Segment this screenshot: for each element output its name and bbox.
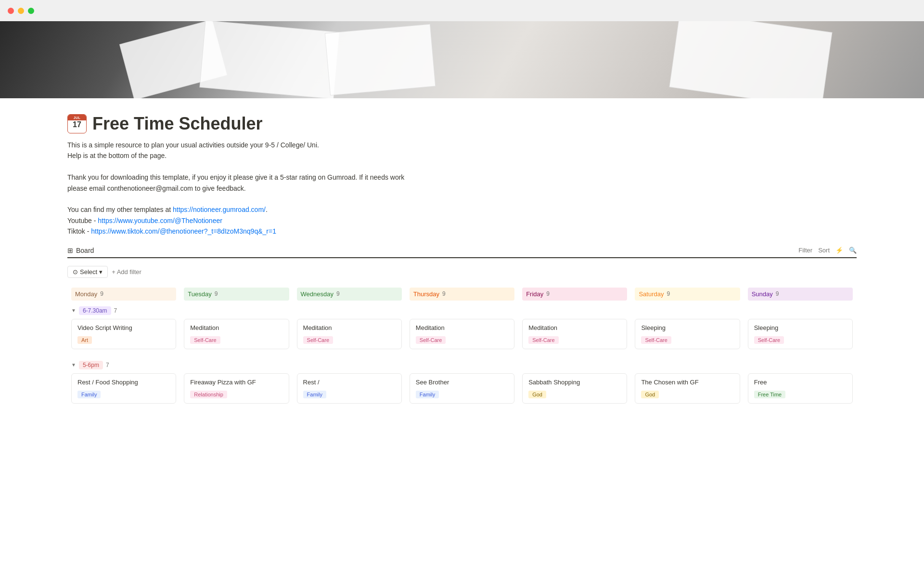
column-header-saturday: Saturday 9	[635, 288, 740, 301]
card-tag: Free Time	[754, 391, 786, 398]
card-sunday-group1[interactable]: Sleeping Self-Care	[748, 319, 853, 349]
thursday-count: 9	[442, 290, 446, 297]
card-tag: Family	[303, 391, 326, 398]
card-title: Meditation	[416, 324, 508, 331]
select-label: Select	[80, 268, 97, 276]
card-title: Meditation	[190, 324, 282, 331]
column-sunday: Sunday 9	[744, 288, 857, 306]
card-tag: Self-Care	[754, 336, 784, 344]
card-title: Sabbath Shopping	[528, 379, 621, 386]
card-title: Free	[754, 379, 847, 386]
card-tag: Self-Care	[303, 336, 333, 344]
group2-thursday-col: ▼5-6pm7 See Brother Family	[406, 361, 518, 407]
group2-friday-col: ▼5-6pm7 Sabbath Shopping God	[518, 361, 631, 407]
column-wednesday: Wednesday 9	[293, 288, 406, 306]
column-header-sunday: Sunday 9	[748, 288, 853, 301]
group2-count: 7	[106, 362, 109, 368]
card-monday-group1[interactable]: Video Script Writing Art	[71, 319, 176, 349]
select-chevron-icon: ▾	[99, 268, 103, 276]
thursday-label: Thursday	[413, 290, 439, 298]
card-tag: God	[641, 391, 659, 398]
card-saturday-group2[interactable]: The Chosen with GF God	[635, 373, 740, 404]
lightning-button[interactable]: ⚡	[835, 247, 843, 254]
card-saturday-group1[interactable]: Sleeping Self-Care	[635, 319, 740, 349]
search-button[interactable]: 🔍	[849, 247, 857, 254]
card-title: Rest /	[303, 379, 396, 386]
card-tag: Self-Care	[190, 336, 220, 344]
group1-wednesday-col: ▼6-7.30am7 Meditation Self-Care	[293, 306, 406, 353]
group2-toggle-icon: ▼	[71, 362, 76, 368]
calendar-icon: JUL 17	[67, 114, 87, 133]
column-header-thursday: Thursday 9	[410, 288, 514, 301]
card-tag: Art	[77, 336, 92, 344]
card-title: See Brother	[416, 379, 508, 386]
card-tag: Family	[416, 391, 439, 398]
hero-paper-3	[325, 24, 436, 96]
group2-wednesday-col: ▼5-6pm7 Rest / Family	[293, 361, 406, 407]
group1-toggle-icon: ▼	[71, 308, 76, 313]
sort-button[interactable]: Sort	[818, 247, 830, 254]
add-filter-button[interactable]: + Add filter	[112, 268, 141, 276]
tiktok-link[interactable]: https://www.tiktok.com/@thenotioneer?_t=…	[91, 227, 276, 235]
saturday-count: 9	[667, 290, 670, 297]
tuesday-label: Tuesday	[188, 290, 211, 298]
card-tag: Self-Care	[416, 336, 446, 344]
card-tag: Self-Care	[641, 336, 671, 344]
filter-button[interactable]: Filter	[798, 247, 812, 254]
column-monday: Monday 9	[67, 288, 180, 306]
card-sunday-group2[interactable]: Free Free Time	[748, 373, 853, 404]
hero-banner	[0, 21, 924, 98]
youtube-link[interactable]: https://www.youtube.com/@TheNotioneer	[98, 217, 222, 224]
card-tuesday-group1[interactable]: Meditation Self-Care	[184, 319, 289, 349]
main-content: JUL 17 Free Time Scheduler This is a sim…	[29, 98, 895, 427]
column-thursday: Thursday 9	[406, 288, 518, 306]
page-title: Free Time Scheduler	[92, 114, 262, 134]
gumroad-link[interactable]: https://notioneer.gumroad.com/	[173, 206, 266, 213]
monday-label: Monday	[75, 290, 97, 298]
card-title: Fireaway Pizza with GF	[190, 379, 282, 386]
column-header-monday: Monday 9	[71, 288, 176, 301]
card-thursday-group1[interactable]: Meditation Self-Care	[410, 319, 514, 349]
card-friday-group1[interactable]: Meditation Self-Care	[522, 319, 627, 349]
group2-header[interactable]: ▼ 5-6pm 7	[71, 361, 176, 369]
traffic-light-yellow[interactable]	[18, 8, 24, 14]
card-friday-group2[interactable]: Sabbath Shopping God	[522, 373, 627, 404]
hero-paper-4	[669, 21, 832, 98]
group1-sunday-col: ▼6-7.30am7 Sleeping Self-Care	[744, 306, 857, 353]
card-thursday-group2[interactable]: See Brother Family	[410, 373, 514, 404]
cal-day: 17	[68, 120, 86, 129]
board-tab[interactable]: ⊞ Board	[67, 247, 94, 254]
wednesday-count: 9	[336, 290, 340, 297]
board-toolbar: ⊞ Board Filter Sort ⚡ 🔍	[67, 247, 857, 258]
group1-count: 7	[114, 307, 117, 314]
select-circle-icon: ⊙	[73, 268, 78, 276]
column-header-friday: Friday 9	[522, 288, 627, 301]
card-tuesday-group2[interactable]: Fireaway Pizza with GF Relationship	[184, 373, 289, 404]
toolbar-right: Filter Sort ⚡ 🔍	[798, 247, 857, 254]
board-tab-label: Board	[76, 247, 94, 254]
group2-monday-col: ▼ 5-6pm 7 Rest / Food Shopping Family	[67, 361, 180, 407]
board-icon: ⊞	[67, 247, 73, 254]
traffic-light-green[interactable]	[28, 8, 34, 14]
card-title: Meditation	[303, 324, 396, 331]
filter-row: ⊙ Select ▾ + Add filter	[67, 266, 857, 278]
card-tag: Family	[77, 391, 101, 398]
traffic-light-red[interactable]	[8, 8, 14, 14]
monday-count: 9	[100, 290, 103, 297]
friday-count: 9	[546, 290, 550, 297]
card-title: Sleeping	[641, 324, 733, 331]
card-monday-group2[interactable]: Rest / Food Shopping Family	[71, 373, 176, 404]
group1-thursday-col: ▼6-7.30am7 Meditation Self-Care	[406, 306, 518, 353]
select-button[interactable]: ⊙ Select ▾	[67, 266, 108, 278]
tuesday-count: 9	[215, 290, 218, 297]
column-header-tuesday: Tuesday 9	[184, 288, 289, 301]
group1-friday-col: ▼6-7.30am7 Meditation Self-Care	[518, 306, 631, 353]
board: Monday 9 Tuesday 9 Wednesday 9	[67, 288, 857, 407]
group1-header[interactable]: ▼ 6-7.30am 7	[71, 306, 176, 315]
card-title: Video Script Writing	[77, 324, 170, 331]
card-wednesday-group1[interactable]: Meditation Self-Care	[297, 319, 402, 349]
card-title: Sleeping	[754, 324, 847, 331]
card-wednesday-group2[interactable]: Rest / Family	[297, 373, 402, 404]
traffic-lights	[0, 0, 924, 21]
description-block: This is a simple resource to plan your u…	[67, 140, 857, 237]
